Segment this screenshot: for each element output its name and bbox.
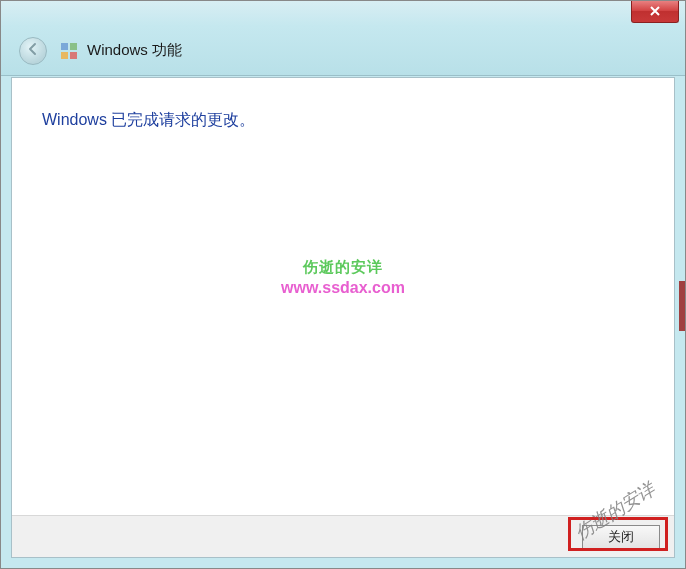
svg-rect-1	[70, 43, 77, 50]
titlebar	[1, 1, 685, 26]
window-title: Windows 功能	[87, 41, 182, 60]
windows-features-icon	[59, 41, 79, 61]
watermark-url: www.ssdax.com	[281, 279, 405, 297]
close-button[interactable]: 关闭	[582, 525, 660, 549]
back-arrow-icon	[26, 42, 40, 60]
back-button[interactable]	[19, 37, 47, 65]
close-icon	[649, 3, 661, 21]
svg-rect-3	[70, 52, 77, 59]
status-message: Windows 已完成请求的更改。	[42, 110, 255, 131]
window-close-button[interactable]	[631, 1, 679, 23]
edge-artifact	[679, 281, 685, 331]
window-frame: Windows 功能 Windows 已完成请求的更改。 伤逝的安详 www.s…	[0, 0, 686, 569]
header-bar: Windows 功能	[1, 26, 685, 76]
content-panel: Windows 已完成请求的更改。 伤逝的安详 www.ssdax.com 关闭…	[11, 77, 675, 558]
svg-rect-2	[61, 52, 68, 59]
svg-rect-0	[61, 43, 68, 50]
watermark-overlay: 伤逝的安详 www.ssdax.com	[281, 258, 405, 297]
button-bar: 关闭	[12, 515, 674, 557]
watermark-text: 伤逝的安详	[281, 258, 405, 277]
